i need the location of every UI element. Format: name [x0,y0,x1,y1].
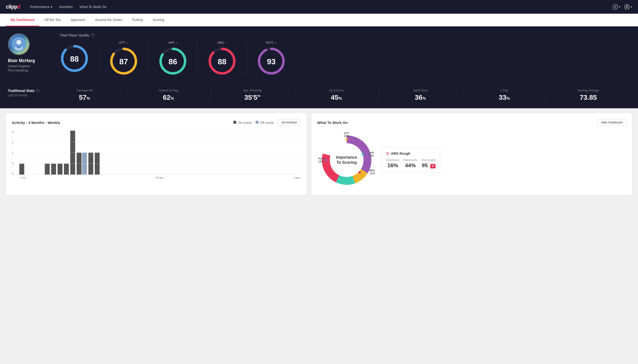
gauge-ott-label: OTT ↗ [119,41,128,44]
stat-sand-save: Sand Save 36% [378,89,463,102]
gauge-overall-svg: 88 [60,44,89,74]
tab-around-the-green[interactable]: Around the Green [90,14,127,26]
donut-chart: Importance To Scoring OTT 57% APP 10% AR… [317,131,376,190]
svg-point-6 [17,40,21,45]
info-shot-quality: Shot Quality 95 ▼ [421,158,436,169]
activity-card: Activity - 3 Months - Weekly On course O… [6,113,307,195]
tab-putting[interactable]: Putting [127,14,148,26]
bar-oncourse [51,164,56,174]
oncourse-legend-dot [233,121,236,124]
what-card-header: What To Work On View Dashboard [317,119,626,126]
info-card-title: ARG Rough [386,152,436,156]
legend-item: On course [233,121,252,124]
svg-point-26 [358,171,361,174]
gauge-ott-value: 87 [119,57,128,66]
gauge-app: APP ↗ 86 [148,41,197,77]
bottom-section: Activity - 3 Months - Weekly On course O… [0,108,638,200]
gauge-putt: PUTT ↗ 93 [247,41,296,77]
help-icon[interactable]: ? [91,33,95,37]
view-dashboard-button[interactable]: View Dashboard [597,119,626,126]
bar-chart-inner: 4 3 2 1 0 [12,131,301,175]
top-nav: clippd Performance ▾ Activities What To … [0,0,638,14]
info-metrics: Importance 16% Opportunity 44% Shot Qual… [386,158,436,169]
ott-arrow-icon: ↗ [126,42,128,44]
donut-ott-label: OTT 57% [344,132,349,138]
hero-section: Blair McHarg United Kingdom Plus Handica… [0,26,638,84]
stat-app-proximity: App. Proximity 35'5" [210,89,295,102]
bar-group [19,164,24,174]
gridline-3 [19,142,301,142]
gauge-arg-value: 88 [218,57,227,66]
what-card-title: What To Work On [317,120,348,125]
y-axis-labels: 4 3 2 1 0 [12,131,14,175]
gauge-putt-svg: 93 [257,46,286,77]
player-info: Blair McHarg United Kingdom Plus Handica… [8,33,52,72]
donut-arg-label: ARG 21% [369,169,375,175]
stats-help-icon[interactable]: ? [36,89,39,92]
user-menu-button[interactable]: ▾ [624,4,632,10]
tab-scoring[interactable]: Scoring [148,14,169,26]
quality-section: Total Player Quality ? 88 [60,33,630,77]
stat-greens-in-reg: Greens In Reg 62% [127,89,210,102]
bar-group [51,164,56,174]
gauge-ott: OTT ↗ 87 [99,41,148,77]
gauge-putt-label: PUTT ↗ [266,41,276,44]
what-to-work-on-card: What To Work On View Dashboard [311,113,632,195]
nav-performance[interactable]: Performance ▾ [30,5,52,9]
bar-oncourse [64,164,69,174]
stats-row: Traditional Stats ? Last 20 rounds Fairw… [0,84,638,108]
all-activities-button[interactable]: All Activities [278,119,300,126]
player-name: Blair McHarg [8,58,35,63]
gauge-putt-value: 93 [267,57,276,66]
quality-gauges: 88 OTT ↗ 87 [60,41,630,77]
tab-my-dashboard[interactable]: My Dashboard [6,14,39,26]
gridline-1 [19,164,301,164]
what-body: Importance To Scoring OTT 57% APP 10% AR… [317,131,626,190]
gauge-app-svg: 86 [158,46,187,77]
putt-arrow-icon: ↗ [275,42,277,44]
nav-right: ▾ ▾ [612,4,632,10]
info-opportunity: Opportunity 44% [403,158,417,169]
logo: clippd [6,4,20,10]
nav-links: Performance ▾ Activities What To Work On [30,5,612,9]
gridline-2 [19,153,301,153]
gauge-app-label: APP ↗ [168,41,177,44]
donut-app-label: APP 10% [368,151,374,157]
avatar [8,33,30,55]
tab-bar: My Dashboard Off the Tee Approach Around… [0,14,638,26]
stats-grid: Fairways Hit 57% Greens In Reg 62% App. … [43,89,630,102]
stat-up-and-down: Up & Down 45% [295,89,378,102]
stats-label: Traditional Stats ? [8,89,40,93]
gauge-overall-value: 88 [70,54,79,64]
donut-putt-label: PUTT 12% [318,157,325,163]
info-dot-icon [386,152,389,155]
stat-1-putt: 1 Putt 33% [463,89,546,102]
nav-activities[interactable]: Activities [59,5,73,9]
gauge-app-value: 86 [168,57,177,66]
add-button[interactable]: ▾ [612,4,620,10]
logo-text: clipp [6,4,17,10]
x-axis-labels: 7 Feb 28 Mar 9 May [12,176,301,179]
info-card: ARG Rough Importance 16% Opportunity 44%… [382,148,440,173]
arg-arrow-icon: ↗ [225,42,227,44]
activity-bar-chart: 4 3 2 1 0 7 Feb 28 Mar 9 May [12,131,301,180]
bar-oncourse [19,164,24,174]
nav-what-to-work-on[interactable]: What To Work On [80,5,106,9]
quality-title: Total Player Quality ? [60,33,630,37]
activity-card-header: Activity - 3 Months - Weekly On course O… [12,119,301,126]
user-chevron-icon: ▾ [631,5,632,8]
tab-approach[interactable]: Approach [66,14,90,26]
app-arrow-icon: ↗ [175,42,177,44]
bar-group [45,164,50,174]
gauge-ott-svg: 87 [109,46,138,77]
gauge-arg-svg: 88 [207,46,237,77]
info-importance: Importance 16% [386,158,399,169]
tab-off-the-tee[interactable]: Off the Tee [39,14,66,26]
bar-oncourse [58,164,62,174]
player-handicap: Plus Handicap [8,68,28,72]
bar-group [64,164,69,174]
svg-point-25 [362,153,364,156]
svg-point-24 [345,138,348,140]
activity-card-title: Activity - 3 Months - Weekly [12,120,60,125]
activity-legend: On course Off course [233,121,274,124]
